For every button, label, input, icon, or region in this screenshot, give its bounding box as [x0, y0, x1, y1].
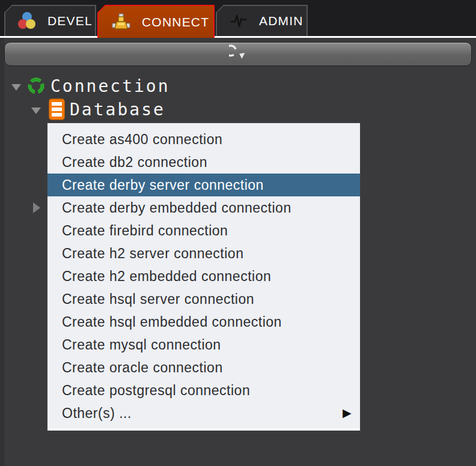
expander-down-icon[interactable]: [11, 84, 21, 91]
menu-item[interactable]: Create h2 embedded connection: [47, 265, 360, 288]
menu-item[interactable]: Create hsql server connection: [47, 288, 360, 310]
menu-item[interactable]: Create postgresql connection: [47, 379, 360, 402]
tab-bar: DEVEL CONNECT ADMIN: [0, 0, 476, 38]
refresh-icon: [229, 44, 247, 64]
menu-item[interactable]: Create mysql connection: [47, 333, 360, 356]
menu-item-label: Create h2 server connection: [62, 242, 352, 265]
tab-connect-label: CONNECT: [142, 15, 209, 29]
menu-item[interactable]: Create hsql embedded connection: [47, 310, 360, 333]
tab-admin-inner: ADMIN: [217, 6, 307, 36]
expander-right-icon[interactable]: [33, 202, 40, 213]
submenu-arrow-icon: ▶: [343, 402, 352, 425]
menu-item-label: Create postgresql connection: [62, 379, 352, 402]
tab-devel[interactable]: DEVEL: [4, 5, 96, 36]
menu-item-label: Create h2 embedded connection: [62, 265, 352, 288]
tree-node-connection[interactable]: Connection: [11, 74, 170, 97]
context-menu: Create as400 connection Create db2 conne…: [46, 122, 361, 432]
panel-left-edge: [0, 38, 4, 466]
menu-item-label: Create oracle connection: [62, 356, 352, 379]
tab-connect-inner: CONNECT: [99, 6, 213, 38]
palette-icon: [18, 11, 36, 31]
menu-item[interactable]: Create derby embedded connection: [47, 196, 360, 219]
menu-item-others[interactable]: Other(s) ... ▶: [47, 402, 360, 425]
menu-item[interactable]: Create firebird connection: [47, 219, 360, 242]
menu-item-label: Other(s) ...: [62, 402, 343, 425]
menu-item-label: Create hsql embedded connection: [62, 310, 352, 333]
pulse-icon: [230, 12, 248, 30]
tab-devel-inner: DEVEL: [5, 6, 95, 36]
menu-item-label: Create db2 connection: [62, 151, 352, 174]
refresh-button[interactable]: [4, 42, 472, 66]
menu-item[interactable]: Create db2 connection: [47, 151, 360, 174]
menu-item-label: Create mysql connection: [62, 333, 352, 356]
expander-down-icon[interactable]: [31, 107, 41, 114]
tab-devel-label: DEVEL: [47, 14, 93, 28]
tab-connect[interactable]: CONNECT: [97, 5, 215, 38]
tab-admin-label: ADMIN: [259, 14, 304, 28]
menu-item-selected[interactable]: Create derby server connection: [47, 174, 360, 196]
menu-item-label: Create firebird connection: [62, 219, 352, 242]
tree-label-connection: Connection: [50, 76, 170, 96]
menu-item-label: Create derby server connection: [62, 174, 352, 196]
menu-item[interactable]: Create oracle connection: [47, 356, 360, 379]
menu-item-label: Create hsql server connection: [62, 288, 352, 310]
tab-admin[interactable]: ADMIN: [216, 5, 308, 36]
network-icon: [111, 13, 130, 32]
menu-item-label: Create derby embedded connection: [62, 196, 352, 219]
menu-item[interactable]: Create h2 server connection: [47, 242, 360, 265]
tree-node-database[interactable]: Database: [31, 97, 165, 121]
connection-icon: [26, 76, 46, 96]
menu-item[interactable]: Create as400 connection: [47, 128, 360, 151]
tree-label-database: Database: [70, 100, 165, 120]
database-icon: [49, 98, 65, 120]
menu-item-label: Create as400 connection: [62, 128, 352, 151]
